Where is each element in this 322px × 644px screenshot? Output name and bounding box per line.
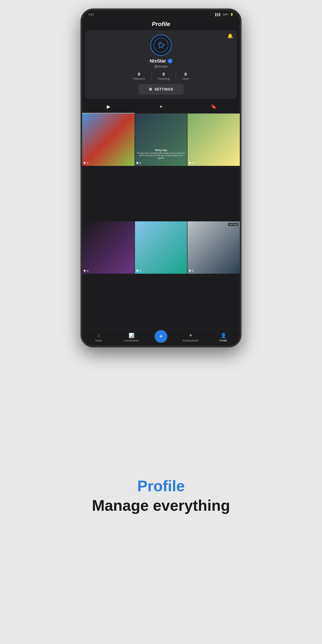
followers-count: 0 [138,72,140,77]
tab-likes[interactable]: ♥ [135,100,187,113]
play-icon-4 [84,270,86,272]
video-views-1: 0 [84,162,88,164]
status-time: 9:41 [88,13,94,16]
nav-leaderboard[interactable]: 📊 Leaderboard [115,333,148,342]
gear-icon: ⚙ [149,87,152,92]
views-count-1: 0 [87,162,88,164]
views-count-5: 0 [140,269,141,272]
followers-stat[interactable]: 0 Followers [127,72,152,80]
following-stat[interactable]: 0 Following [152,72,176,80]
thumb-2-text: Rainy day The day when everything falls … [137,149,186,160]
thumb-2-subtitle: The day when everything falls heavily as… [137,152,186,160]
home-label: Home [95,339,102,342]
play-icon-2 [137,162,139,164]
achievements-icon: ✦ [189,333,192,338]
video-grid: 0 Rainy day The day when everything fall… [82,114,240,329]
app-content: Profile 🔔 [82,19,240,346]
followers-label: Followers [133,77,145,80]
video-views-3: 0 [189,162,194,164]
tab-videos[interactable]: ▶ [82,100,135,113]
phone-screen: 9:41 ▌▌▌ WiFi 🔋 Profile 🔔 [82,10,240,346]
views-count-6: 0 [192,269,194,272]
views-count-4: 0 [87,269,88,272]
play-icon-3 [189,162,191,164]
bottom-profile-title: Profile [137,477,185,495]
profile-card: 🔔 NixStar [85,30,237,99]
leaderboard-label: Leaderboard [124,339,138,342]
home-icon: ⌂ [97,333,100,338]
svg-point-0 [154,38,168,52]
video-thumb-2[interactable]: Rainy day The day when everything falls … [135,114,187,166]
saved-tab-icon: 🔖 [211,104,216,110]
achievements-label: Achievements [182,339,198,342]
verified-badge: ✓ [168,59,172,63]
following-label: Following [158,77,170,80]
nav-home[interactable]: ⌂ Home [82,333,115,342]
profile-nav-icon: 👤 [220,333,226,338]
bottom-tagline: Manage everything [92,497,230,514]
settings-label: SETTINGS [154,88,173,91]
status-bar: 9:41 ▌▌▌ WiFi 🔋 [82,10,240,19]
likes-tab-icon: ♥ [160,104,162,110]
nav-profile[interactable]: 👤 Profile [207,333,240,342]
nav-add[interactable]: + [148,330,174,345]
bottom-nav: ⌂ Home 📊 Leaderboard + ✦ Achievements 👤 … [82,329,240,346]
views-count-3: 0 [192,162,194,164]
video-thumb-5[interactable]: 0 [135,222,187,274]
svg-marker-1 [159,42,165,48]
views-count-2: 0 [140,162,141,164]
following-count: 0 [162,72,165,77]
videos-tab-icon: ▶ [107,104,110,110]
signal-icon: ▌▌▌ [215,13,221,16]
video-views-5: 0 [137,269,141,272]
play-icon-6 [189,270,191,272]
notification-bell-button[interactable]: 🔔 [227,33,233,39]
page-title: Profile [152,21,170,27]
page-title-bar: Profile [82,19,240,28]
username-row: NixStar ✓ [90,58,232,64]
battery-icon: 🔋 [230,13,234,16]
logo-svg [154,38,168,52]
content-tabs: ▶ ♥ 🔖 [82,100,240,114]
add-button[interactable]: + [155,330,167,343]
video-views-4: 0 [84,269,88,272]
leaderboard-icon: 📊 [128,333,134,338]
status-icons: ▌▌▌ WiFi 🔋 [215,13,234,16]
nav-achievements[interactable]: ✦ Achievements [174,333,207,342]
video-thumb-3[interactable]: 0 [188,114,240,166]
video-views-6: 0 [189,269,194,272]
video-thumb-6[interactable]: NO LGW 0 [188,222,240,274]
stats-row: 0 Followers 0 Following 0 Likes [90,72,232,80]
username: NixStar [150,58,166,64]
phone-frame: 9:41 ▌▌▌ WiFi 🔋 Profile 🔔 [80,8,242,348]
thumb-6-badge: NO LGW [228,223,238,226]
play-icon-5 [137,270,139,272]
likes-count: 0 [184,72,187,77]
likes-stat[interactable]: 0 Likes [176,72,195,80]
video-thumb-1[interactable]: 0 [82,114,134,166]
avatar-container [90,34,232,56]
thumb-2-title: Rainy day [137,149,186,152]
video-views-2: 0 [137,162,141,164]
bottom-section: Profile Manage everything [92,348,230,644]
profile-nav-label: Profile [220,339,227,342]
video-thumb-4[interactable]: 0 [82,222,134,274]
wifi-icon: WiFi [223,13,228,16]
user-handle: @nixstar [90,64,232,68]
tab-saved[interactable]: 🔖 [187,100,240,113]
settings-button[interactable]: ⚙ SETTINGS [138,84,184,95]
avatar [150,34,172,56]
play-icon-1 [84,162,86,164]
likes-label: Likes [182,77,189,80]
